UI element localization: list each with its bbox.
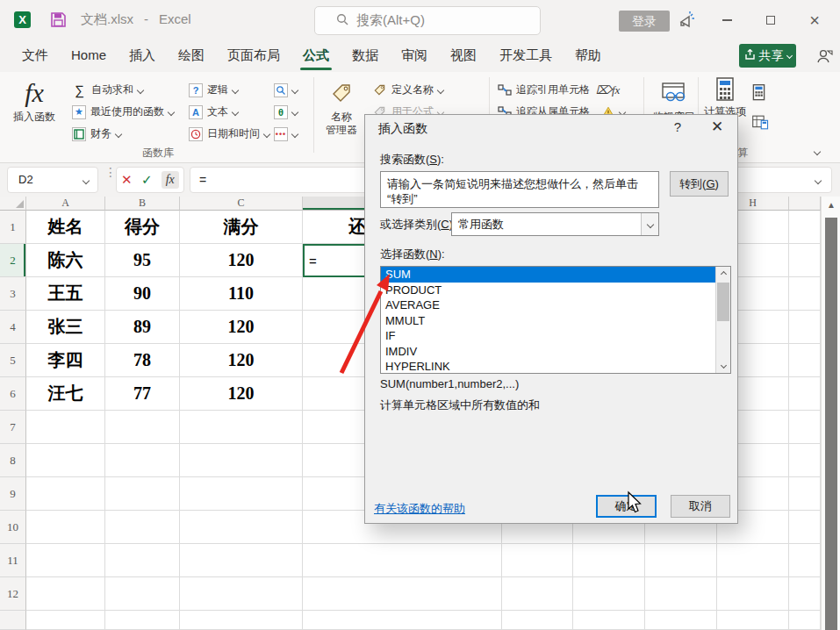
math-trig-button[interactable]: θ [274,101,298,123]
grid-cell[interactable] [502,611,573,630]
scroll-up-arrow[interactable] [716,267,730,282]
grid-cell[interactable]: 120 [180,244,303,277]
row-header[interactable]: 10 [0,511,26,544]
function-list-item[interactable]: PRODUCT [381,283,730,298]
insert-function-button[interactable]: fx 插入函数 [9,75,60,151]
grid-cell[interactable] [789,477,821,511]
grid-cell[interactable]: 120 [180,377,303,411]
autosum-button[interactable]: ∑ 自动求和 [72,79,174,101]
grid-cell[interactable] [26,577,105,611]
grid-cell[interactable] [789,277,821,311]
people-icon[interactable] [815,47,834,68]
grid-cell[interactable]: 95 [105,244,180,277]
name-box[interactable]: D2 [7,167,98,193]
logical-button[interactable]: ? 逻辑 [189,79,269,101]
dropdown-arrow[interactable] [641,213,658,235]
confirm-entry-icon[interactable]: ✓ [141,172,153,188]
row-header[interactable] [0,611,26,630]
row-header[interactable]: 1 [0,211,26,244]
ribbon-tab[interactable]: 审阅 [390,40,439,72]
grid-cell[interactable] [717,577,789,611]
grid-cell[interactable] [105,411,180,444]
column-header[interactable]: A [26,197,105,211]
grid-cell[interactable] [105,544,180,577]
maximize-button[interactable] [750,0,791,40]
grid-cell[interactable]: 张三 [26,311,105,344]
scrollbar-thumb[interactable] [717,283,729,321]
grid-cell[interactable] [180,411,303,444]
calculate-now-button[interactable] [752,79,769,109]
row-header[interactable]: 3 [0,277,26,311]
formula-bar-handle[interactable]: ⋮ [104,168,111,176]
grid-cell[interactable]: 王五 [26,277,105,311]
insert-function-fx-icon[interactable]: fx [162,171,179,189]
grid-cell[interactable] [789,377,821,411]
grid-cell[interactable] [789,244,821,277]
dialog-help-button[interactable]: ? [664,117,691,138]
megaphone-icon[interactable] [676,10,697,33]
grid-cell[interactable] [180,611,303,630]
row-header[interactable]: 12 [0,577,26,611]
ok-button[interactable]: 确定 [596,495,657,518]
grid-cell[interactable]: 陈六 [26,244,105,277]
excel-logo-icon[interactable]: X [14,11,31,28]
row-header[interactable]: 5 [0,344,26,377]
grid-cell[interactable]: 满分 [180,211,303,244]
save-icon[interactable] [50,11,67,31]
more-functions-button[interactable]: ••• [274,123,298,145]
ribbon-tab[interactable]: 文件 [11,40,60,72]
function-list-item[interactable]: MMULT [381,313,730,329]
grid-cell[interactable] [105,444,180,477]
grid-cell[interactable] [105,611,180,630]
recent-functions-button[interactable]: ★ 最近使用的函数 [72,101,174,123]
grid-cell[interactable] [105,511,180,544]
grid-cell[interactable] [26,511,105,544]
scroll-down-arrow[interactable] [716,358,730,373]
share-button[interactable]: 共享 [739,44,796,68]
ribbon-tab[interactable]: 插入 [118,40,167,72]
grid-cell[interactable] [789,444,821,477]
row-header[interactable]: 11 [0,544,26,577]
grid-cell[interactable]: 李四 [26,344,105,377]
ribbon-tab[interactable]: 帮助 [564,40,613,72]
grid-cell[interactable] [789,577,821,611]
expand-formula-bar-icon[interactable] [815,177,822,184]
grid-cell[interactable] [789,544,821,577]
ribbon-tab[interactable]: 开发工具 [488,40,564,72]
cancel-button[interactable]: 取消 [671,495,730,518]
row-header[interactable]: 4 [0,311,26,344]
grid-cell[interactable] [180,577,303,611]
grid-cell[interactable] [789,411,821,444]
ribbon-tab[interactable]: 视图 [439,40,488,72]
row-header[interactable]: 9 [0,477,26,511]
grid-cell[interactable] [26,411,105,444]
close-button[interactable]: × [794,0,835,40]
column-header[interactable]: B [105,197,180,211]
scroll-up-arrow[interactable]: ▲ [822,200,840,210]
function-list[interactable]: SUMPRODUCTAVERAGEMMULTIFIMDIVHYPERLINK [380,266,731,374]
text-button[interactable]: A 文本 [189,101,269,123]
sign-in-button[interactable]: 登录 [619,11,670,32]
grid-cell[interactable] [180,477,303,511]
ribbon-tab[interactable]: 页面布局 [216,40,291,72]
calculate-sheet-button[interactable] [752,109,769,139]
function-list-item[interactable]: SUM [381,267,730,283]
ribbon-tab[interactable]: 数据 [341,40,390,72]
row-header[interactable]: 7 [0,411,26,444]
grid-cell[interactable]: 得分 [105,211,180,244]
grid-cell[interactable] [26,444,105,477]
financial-button[interactable]: 财务 [72,123,174,145]
grid-cell[interactable] [789,511,821,544]
grid-cell[interactable] [180,544,303,577]
scrollbar-thumb[interactable] [825,218,837,630]
grid-cell[interactable]: 120 [180,344,303,377]
grid-cell[interactable] [303,544,502,577]
grid-cell[interactable] [303,577,502,611]
grid-cell[interactable]: 汪七 [26,377,105,411]
ribbon-tab[interactable]: 公式 [291,40,341,72]
row-header[interactable]: 8 [0,444,26,477]
grid-cell[interactable]: 77 [105,377,180,411]
column-header[interactable] [789,197,821,211]
grid-cell[interactable] [645,577,717,611]
grid-cell[interactable]: 90 [105,277,180,311]
